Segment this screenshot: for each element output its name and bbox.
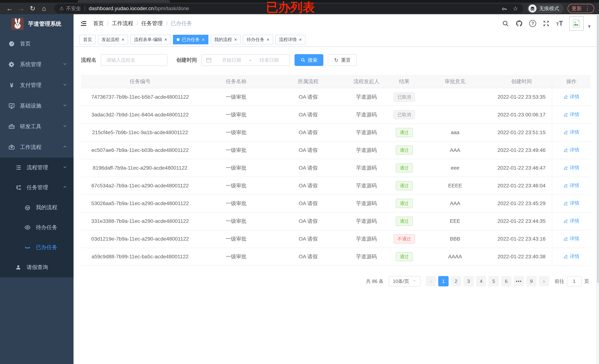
reset-button[interactable]: ↻ 重置: [328, 54, 357, 66]
detail-link[interactable]: 详情: [564, 94, 579, 100]
app-title: 芋道管理系统: [28, 20, 61, 28]
sidebar-item-process-management[interactable]: 流程管理: [0, 158, 73, 178]
page-button[interactable]: 9: [526, 276, 537, 286]
view-tab[interactable]: 待办任务 ×: [243, 35, 273, 44]
task-name: 一级审批: [226, 112, 247, 117]
github-icon[interactable]: [515, 20, 523, 27]
view-tab[interactable]: 流程详情 ×: [275, 35, 305, 44]
breadcrumb-task-management[interactable]: 任务管理: [141, 20, 163, 27]
page-button[interactable]: 6: [501, 276, 511, 286]
browser-forward-button[interactable]: →: [16, 4, 26, 13]
sidebar-item-devtools[interactable]: 研发工具: [0, 116, 73, 137]
detail-link[interactable]: 详情: [564, 200, 579, 206]
sidebar-item-done-tasks[interactable]: 已办任务: [0, 237, 73, 257]
prev-page-button[interactable]: ‹: [426, 276, 436, 286]
detail-link[interactable]: 详情: [564, 164, 579, 171]
process-starter: 芋道源码: [356, 165, 377, 171]
sidebar-item-todo-tasks[interactable]: 待办任务: [0, 217, 73, 237]
search-button[interactable]: 搜索: [294, 54, 323, 66]
tab-close-icon[interactable]: ×: [164, 37, 167, 42]
page-button[interactable]: •••: [514, 276, 524, 286]
next-page-button[interactable]: ›: [539, 276, 549, 286]
incognito-label: 无痕模式: [539, 5, 559, 12]
caret-down-icon[interactable]: ▾: [588, 24, 590, 29]
sidebar-item-workflow[interactable]: 工作流程: [0, 137, 73, 158]
column-header: 操作: [552, 75, 590, 88]
detail-link[interactable]: 详情: [564, 147, 579, 153]
tab-close-icon[interactable]: ×: [234, 37, 237, 42]
org-tree-icon: [15, 184, 22, 191]
breadcrumb-home[interactable]: 首页: [93, 20, 104, 27]
scrollbar-thumb[interactable]: [597, 15, 599, 283]
page-button[interactable]: 1: [438, 276, 449, 286]
page-button[interactable]: 4: [476, 276, 486, 286]
detail-link[interactable]: 详情: [564, 182, 579, 189]
process-name: OA 请假: [299, 236, 318, 242]
app-logo-row[interactable]: 芋道管理系统: [0, 14, 73, 34]
tab-close-icon[interactable]: ×: [122, 37, 124, 42]
view-tab[interactable]: 流程表单-编辑 ×: [130, 35, 171, 44]
window-scrollbar[interactable]: [596, 14, 599, 364]
page-button[interactable]: 2: [451, 276, 461, 286]
fullscreen-icon[interactable]: [542, 20, 550, 27]
tab-close-icon[interactable]: ×: [202, 37, 204, 42]
tab-label: 首页: [83, 36, 92, 43]
sidebar-item-label: 任务管理: [26, 184, 48, 191]
avatar[interactable]: [569, 16, 584, 31]
breadcrumb-separator: [133, 20, 141, 27]
browser-update-button[interactable]: 更新 ⋮: [568, 4, 594, 13]
view-tab[interactable]: 我的流程 ×: [211, 35, 241, 44]
goto-page-input[interactable]: [567, 276, 582, 286]
result-tag: 通过: [396, 217, 413, 226]
result-tag: 已取消: [394, 110, 415, 120]
sidebar-item-my-process[interactable]: 我的流程: [0, 197, 73, 217]
browser-home-button[interactable]: ⌂: [39, 4, 49, 13]
chevron-down-icon: [62, 165, 67, 171]
view-tab[interactable]: 首页 ×: [79, 35, 96, 44]
sidebar-item-task-management[interactable]: 任务管理: [0, 178, 73, 197]
browser-back-button[interactable]: ←: [5, 4, 14, 13]
font-size-icon[interactable]: TT: [556, 20, 563, 27]
help-icon[interactable]: ?: [529, 20, 536, 27]
sidebar-item-label: 系统管理: [20, 61, 41, 68]
search-icon[interactable]: [502, 20, 509, 27]
chevron-down-icon: [62, 82, 67, 88]
detail-label: 详情: [570, 111, 579, 118]
table-row: 03d1219e-7b9a-11ec-a290-acde48001122 一级审…: [81, 230, 590, 248]
sidebar-item-label: 待办任务: [36, 224, 57, 231]
browser-active-tab[interactable]: [78, 0, 170, 3]
sidebar-item-leave-query[interactable]: 请假查询: [0, 257, 73, 277]
bookmark-star-icon[interactable]: ☆: [513, 5, 518, 12]
tab-close-icon[interactable]: ×: [267, 37, 269, 42]
table-row: 8196daff-7b9a-11ec-a290-acde48001122 一级审…: [81, 159, 590, 177]
browser-reload-button[interactable]: ↻: [28, 4, 37, 13]
detail-link[interactable]: 详情: [564, 253, 579, 260]
view-tab[interactable]: 已办任务 ×: [173, 35, 208, 44]
page-size-select[interactable]: 10条/页: [389, 276, 421, 286]
process-name-input[interactable]: [101, 54, 167, 66]
created-time: 2022-01-22 23:51:15: [498, 130, 546, 135]
task-name: 一级审批: [226, 218, 247, 224]
sidebar-item-system[interactable]: 系统管理: [0, 54, 73, 75]
date-range-picker[interactable]: 开始日期 - 结束日期: [201, 54, 290, 66]
detail-link[interactable]: 详情: [564, 235, 579, 242]
detail-link[interactable]: 详情: [564, 218, 579, 224]
page-button[interactable]: 3: [463, 276, 474, 286]
sidebar-item-home[interactable]: 首页: [0, 34, 73, 54]
detail-link[interactable]: 详情: [564, 129, 579, 135]
sidebar-item-infrastructure[interactable]: 基础设施: [0, 96, 73, 116]
active-tab-dot: [177, 38, 180, 41]
detail-link[interactable]: 详情: [564, 111, 579, 118]
column-header-label: 任务编号: [130, 79, 150, 84]
sidebar-collapse-icon[interactable]: [79, 19, 88, 27]
saved-password-key-icon[interactable]: [502, 6, 507, 11]
tab-close-icon[interactable]: ×: [299, 37, 302, 42]
goto-label: 前往: [555, 278, 564, 284]
view-tab[interactable]: 发起流程 ×: [98, 35, 128, 44]
table-row: 3adac3d2-7b9d-11ec-8404-acde48001122 一级审…: [81, 106, 590, 124]
sidebar-item-payment[interactable]: ¥ 支付管理: [0, 75, 73, 96]
page-button[interactable]: 5: [489, 276, 499, 286]
browser-menu-icon[interactable]: ⋮: [585, 5, 590, 12]
process-starter: 芋道源码: [356, 183, 377, 188]
breadcrumb-workflow[interactable]: 工作流程: [112, 20, 133, 27]
